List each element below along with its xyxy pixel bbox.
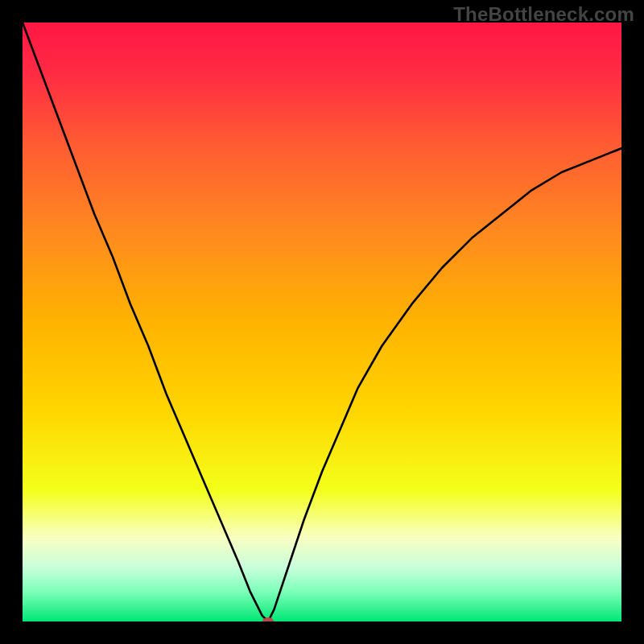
chart-frame: TheBottleneck.com bbox=[0, 0, 644, 644]
watermark-text: TheBottleneck.com bbox=[453, 3, 634, 26]
plot-area bbox=[23, 23, 621, 621]
optimum-marker bbox=[262, 617, 274, 621]
bottleneck-curve bbox=[23, 23, 621, 621]
